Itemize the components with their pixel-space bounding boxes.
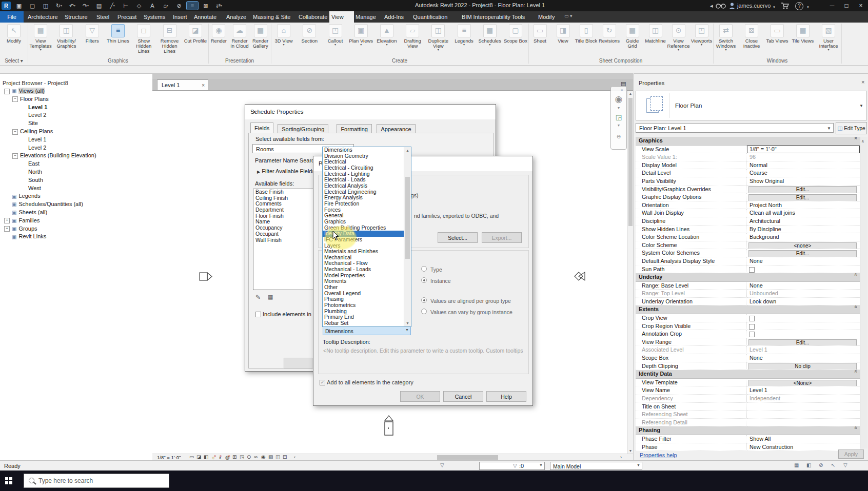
instance-radio[interactable] (421, 277, 427, 283)
close-button[interactable]: × (854, 0, 868, 11)
ribbon-button-scope-box[interactable]: ▢Scope Box (503, 24, 528, 44)
vertical-scrollbar[interactable]: ▲ ▼ (627, 91, 634, 454)
property-value[interactable]: By Discipline (747, 226, 860, 234)
property-value[interactable]: Edit... (747, 249, 860, 257)
ribbon-tab-add-ins[interactable]: Add-Ins (382, 11, 406, 23)
tree-item-east[interactable]: East (0, 160, 96, 168)
ok-button[interactable]: OK (400, 391, 440, 402)
category-option-photometrics[interactable]: Photometrics (323, 302, 411, 309)
property-value[interactable]: Edit... (747, 186, 860, 194)
ribbon-button-drafting-view[interactable]: ▱Drafting View (400, 24, 425, 49)
property-value[interactable]: Show Original (747, 177, 860, 186)
ribbon-button-cut-profile[interactable]: ◪Cut Profile (183, 24, 208, 44)
ribbon-button-revisions[interactable]: ↻Revisions (598, 24, 621, 44)
scroll-up-icon[interactable]: ▲ (627, 92, 634, 95)
schedule-ok-button-fragment[interactable] (284, 358, 312, 369)
view-tab-close-icon[interactable]: × (202, 80, 205, 91)
tree-item-north[interactable]: North (0, 168, 96, 176)
unlocked-view-icon[interactable]: ⊙ (247, 454, 251, 460)
print-icon[interactable]: ▤ (93, 2, 105, 10)
properties-filter-combo[interactable]: Floor Plan: Level 1 ▼ (636, 123, 834, 133)
section-collapse-icon[interactable]: « (852, 305, 860, 314)
ribbon-button-schedules[interactable]: ▦Schedules▾ (477, 24, 503, 46)
property-value[interactable] (747, 330, 860, 338)
rendering-dialog-icon[interactable]: ◍× (225, 454, 230, 460)
property-value[interactable]: Project North (747, 201, 860, 210)
category-option-other[interactable]: Other (323, 284, 411, 291)
temporary-view-properties-icon[interactable]: ▧ (268, 454, 273, 460)
expand-icon[interactable]: + (4, 226, 10, 232)
tree-item-revit-links[interactable]: ▣Revit Links (0, 233, 96, 241)
property-value[interactable]: None (747, 282, 860, 290)
navbar-collapse-icon[interactable]: ⊖ (611, 134, 626, 139)
section-collapse-icon[interactable]: « (852, 137, 860, 145)
ribbon-tab-collaborate[interactable]: Collaborate (297, 11, 329, 23)
section-icon[interactable]: ⊘ (173, 2, 185, 10)
add-all-checkbox[interactable]: ✓ Add to all elements in the category (320, 379, 413, 385)
property-value[interactable]: Edit... (747, 193, 860, 201)
property-value[interactable] (747, 265, 860, 274)
property-edit-button[interactable]: <none> (748, 242, 857, 250)
type-radio[interactable] (421, 266, 427, 272)
visual-style-icon[interactable]: ◧ (204, 454, 208, 460)
infocenter-collapse-icon[interactable]: ◂ (710, 2, 713, 10)
ribbon-button-show-hidden-lines[interactable]: ◻Show Hidden Lines (131, 24, 156, 54)
property-value[interactable]: Architectural (747, 217, 860, 226)
schedule-dialog-titlebar[interactable]: Schedule Properties × (245, 105, 496, 119)
restore-button[interactable]: □ (839, 0, 854, 11)
ribbon-tab-analyze[interactable]: Analyze (224, 11, 248, 23)
expand-icon[interactable]: + (4, 218, 10, 223)
group-parameter-combo[interactable]: Dimensions ▼ (323, 326, 411, 335)
dropdown-scroll-down-icon[interactable]: ▼ (404, 321, 411, 325)
properties-help-link[interactable]: Properties help (640, 452, 677, 458)
elevation-marker-right-icon[interactable] (199, 271, 212, 282)
collapse-icon[interactable]: − (12, 129, 18, 135)
tab-sorting-grouping[interactable]: Sorting/Grouping (278, 124, 328, 133)
save-icon[interactable]: ◫ (40, 2, 51, 10)
property-value[interactable]: Background (747, 233, 860, 241)
category-option-dimensions[interactable]: Dimensions (323, 147, 411, 153)
ribbon-tab-precast[interactable]: Precast (115, 11, 139, 23)
signed-in-user[interactable]: james.cuervo (737, 2, 771, 10)
ribbon-button-legends[interactable]: ≡Legends▾ (451, 24, 477, 46)
help-button[interactable]: Help (486, 391, 526, 402)
ribbon-button-title-block[interactable]: ▯Title Block (575, 24, 598, 44)
property-section-underlay[interactable]: Underlay« (636, 273, 860, 282)
reveal-hidden-elements-icon[interactable]: ◉ (261, 454, 266, 460)
view-scale-control[interactable]: 1/8" = 1'-0" (157, 455, 181, 460)
tree-item-west[interactable]: West (0, 185, 96, 193)
aligned-dimension-icon[interactable]: ⊢ (120, 2, 131, 10)
user-avatar-icon[interactable] (728, 2, 736, 9)
section-collapse-icon[interactable]: « (852, 370, 860, 378)
tree-item-site[interactable]: Site (0, 119, 96, 128)
temporary-hide-isolate-icon[interactable]: ∞ (254, 454, 258, 460)
ribbon-button-close-inactive[interactable]: ⊠Close Inactive (739, 24, 764, 49)
tree-item-sheets-all-[interactable]: ▣Sheets (all) (0, 209, 96, 217)
properties-close-icon[interactable]: × (861, 79, 864, 85)
crop-size-icon[interactable]: ▭ (189, 454, 194, 460)
dropdown-scroll-thumb[interactable] (405, 177, 410, 259)
property-value[interactable] (747, 403, 860, 411)
edit-parameter-icon[interactable]: ✎ (255, 294, 261, 301)
delete-parameter-icon[interactable]: ▦ (268, 294, 273, 300)
user-menu-chevron-icon[interactable]: ▼ (773, 3, 776, 11)
ribbon-button-view-templates[interactable]: ▤View Templates▾ (28, 24, 53, 51)
taskbar-search-box[interactable]: Type here to search (24, 474, 169, 488)
add-all-box-icon[interactable]: ✓ (320, 380, 325, 385)
zoom-chevron-icon[interactable]: ▼ (611, 124, 626, 127)
property-value[interactable]: 1/8" = 1'-0" (747, 146, 860, 154)
tree-item-floor-plans[interactable]: −Floor Plans (0, 95, 96, 104)
ribbon-tab-massing-site[interactable]: Massing & Site (251, 11, 292, 23)
ribbon-button-matchline[interactable]: ◫Matchline (644, 24, 667, 44)
property-value[interactable]: Level 1 (747, 346, 860, 354)
tree-item-groups[interactable]: +▣Groups (0, 225, 96, 233)
ribbon-button-render-in-cloud[interactable]: ☁Render in Cloud (229, 24, 250, 49)
schedule-dialog-close-icon[interactable]: × (250, 109, 259, 115)
ribbon-button-thin-lines[interactable]: ≡Thin Lines (105, 24, 131, 44)
property-value[interactable]: None (747, 257, 860, 265)
scroll-down-icon[interactable]: ▼ (627, 449, 634, 453)
tab-appearance[interactable]: Appearance (377, 124, 415, 133)
steering-wheel-chevron-icon[interactable]: ▼ (611, 106, 626, 110)
switch-windows-icon[interactable]: ⇄▾ (213, 2, 225, 10)
tree-item-views-all-[interactable]: −▣Views (all) (0, 87, 96, 95)
